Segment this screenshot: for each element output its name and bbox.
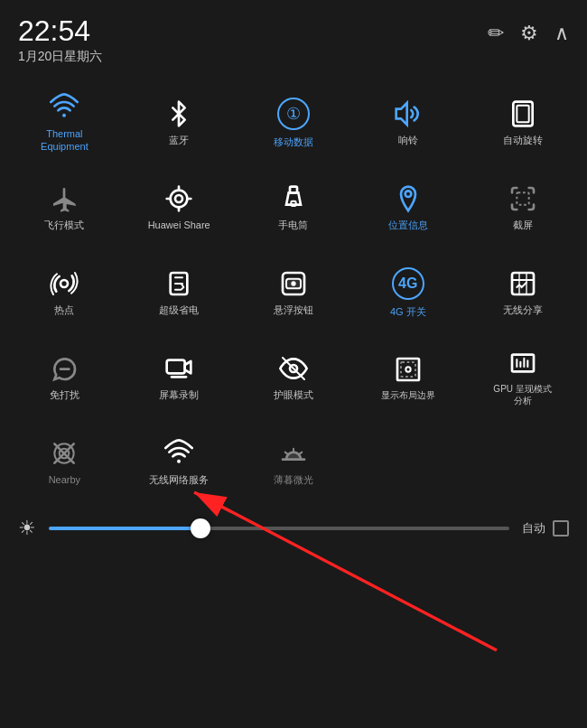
- svg-point-8: [405, 191, 411, 197]
- auto-rotate-icon: [508, 99, 537, 128]
- hotspot-icon: [50, 269, 79, 298]
- tile-hotspot-label: 热点: [54, 303, 74, 316]
- tile-bluetooth-label: 蓝牙: [169, 134, 189, 146]
- svg-point-4: [171, 191, 188, 208]
- brightness-auto-label: 自动: [522, 520, 545, 537]
- tile-float-btn-label: 悬浮按钮: [274, 303, 313, 316]
- tile-no-disturb-label: 免打扰: [50, 388, 79, 401]
- brightness-track[interactable]: [49, 527, 509, 530]
- 4g-icon: 4G: [392, 267, 424, 300]
- twilight-icon: [279, 439, 308, 468]
- tile-gpu-mode-label: GPU 呈现模式 分析: [493, 383, 551, 406]
- svg-point-26: [177, 460, 181, 463]
- tile-sound[interactable]: 响铃: [352, 81, 463, 163]
- tile-airplane-label: 飞行模式: [44, 219, 84, 231]
- header: 22:54 1月20日星期六 ✏ ⚙ ∧: [0, 0, 587, 72]
- tile-huawei-share[interactable]: Huawei Share: [124, 166, 235, 247]
- tile-wireless-service-label: 无线网络服务: [149, 473, 209, 486]
- brightness-row: ☀ 自动: [0, 502, 587, 555]
- tile-mobile-data-label: 移动数据: [274, 135, 313, 148]
- tile-float-btn[interactable]: 悬浮按钮: [238, 251, 349, 332]
- tile-wireless-share[interactable]: 无线分享: [467, 251, 578, 332]
- no-disturb-icon: [50, 354, 79, 383]
- tiles-grid: Thermal Equipment 蓝牙 ① 移动数据 响铃: [9, 81, 578, 502]
- svg-marker-1: [396, 103, 406, 125]
- settings-icon[interactable]: ⚙: [520, 22, 538, 45]
- svg-rect-19: [401, 362, 415, 377]
- nearby-icon: [50, 439, 79, 468]
- svg-point-5: [175, 195, 182, 202]
- tile-display-border-label: 显示布局边界: [381, 389, 435, 401]
- brightness-icon: ☀: [18, 517, 36, 540]
- tile-eye-protect-label: 护眼模式: [274, 388, 313, 401]
- svg-rect-16: [167, 360, 185, 374]
- svg-point-10: [61, 280, 68, 287]
- svg-rect-21: [512, 355, 534, 372]
- header-icons: ✏ ⚙ ∧: [488, 16, 569, 45]
- svg-point-14: [291, 281, 295, 285]
- quick-settings-panel: Thermal Equipment 蓝牙 ① 移动数据 响铃: [0, 72, 587, 502]
- tile-screenshot-label: 截屏: [513, 219, 533, 231]
- time-block: 22:54 1月20日星期六: [18, 16, 102, 65]
- tile-huawei-share-label: Huawei Share: [148, 219, 210, 231]
- tile-no-disturb[interactable]: 免打扰: [9, 336, 120, 417]
- screenshot-icon: [508, 184, 537, 213]
- wifi-icon: [50, 93, 79, 122]
- gpu-mode-icon: [508, 349, 537, 378]
- display-border-icon: [394, 355, 423, 384]
- flashlight-icon: [279, 184, 308, 213]
- tile-twilight-label: 薄暮微光: [274, 473, 313, 486]
- svg-rect-3: [517, 106, 528, 123]
- tile-eye-protect[interactable]: 护眼模式: [238, 336, 349, 417]
- svg-rect-15: [512, 273, 534, 294]
- tile-flashlight-label: 手电筒: [278, 219, 308, 231]
- tile-wifi-label: Thermal Equipment: [41, 127, 89, 154]
- airplane-icon: [50, 184, 79, 213]
- collapse-icon[interactable]: ∧: [554, 22, 569, 45]
- tile-4g[interactable]: 4G 4G 开关: [352, 251, 463, 332]
- tile-screen-record-label: 屏幕录制: [159, 388, 199, 401]
- tile-location-label: 位置信息: [388, 219, 428, 231]
- date-display: 1月20日星期六: [18, 49, 102, 65]
- edit-icon[interactable]: ✏: [488, 22, 504, 45]
- tile-screenshot[interactable]: 截屏: [467, 166, 578, 247]
- time-display: 22:54: [18, 16, 102, 45]
- bluetooth-icon: [164, 99, 193, 128]
- sound-icon: [394, 99, 423, 128]
- tile-flashlight[interactable]: 手电筒: [238, 166, 349, 247]
- tile-gpu-mode[interactable]: GPU 呈现模式 分析: [467, 336, 578, 417]
- tile-sound-label: 响铃: [398, 134, 418, 146]
- brightness-auto-checkbox[interactable]: [553, 520, 569, 537]
- tile-twilight[interactable]: 薄暮微光: [238, 421, 349, 502]
- tile-wireless-service[interactable]: 无线网络服务: [124, 421, 235, 502]
- screen-record-icon: [164, 354, 193, 383]
- super-save-icon: [164, 269, 193, 298]
- tile-display-border[interactable]: 显示布局边界: [352, 336, 463, 417]
- huawei-share-icon: [164, 184, 193, 213]
- wireless-share-icon: [508, 269, 537, 298]
- tile-nearby[interactable]: Nearby: [9, 421, 120, 502]
- svg-point-20: [405, 367, 410, 371]
- tile-super-save-label: 超级省电: [159, 303, 199, 316]
- brightness-thumb[interactable]: [191, 518, 210, 538]
- eye-protect-icon: [279, 354, 308, 383]
- float-btn-icon: [279, 269, 308, 298]
- svg-point-0: [62, 113, 66, 117]
- tile-location[interactable]: 位置信息: [352, 166, 463, 247]
- brightness-auto: 自动: [522, 520, 569, 537]
- svg-rect-9: [517, 192, 528, 204]
- tile-auto-rotate-label: 自动旋转: [503, 134, 543, 146]
- tile-auto-rotate[interactable]: 自动旋转: [467, 81, 578, 163]
- tile-super-save[interactable]: 超级省电: [124, 251, 235, 332]
- tile-airplane[interactable]: 飞行模式: [9, 166, 120, 247]
- mobile-data-icon: ①: [277, 98, 310, 130]
- location-icon: [394, 184, 423, 213]
- tile-bluetooth[interactable]: 蓝牙: [124, 81, 235, 163]
- tile-mobile-data[interactable]: ① 移动数据: [238, 81, 349, 163]
- tile-wifi[interactable]: Thermal Equipment: [9, 81, 120, 163]
- tile-hotspot[interactable]: 热点: [9, 251, 120, 332]
- tile-screen-record[interactable]: 屏幕录制: [124, 336, 235, 417]
- tile-4g-label: 4G 开关: [390, 305, 426, 318]
- tile-wireless-share-label: 无线分享: [503, 303, 543, 316]
- wireless-service-icon: [164, 439, 193, 468]
